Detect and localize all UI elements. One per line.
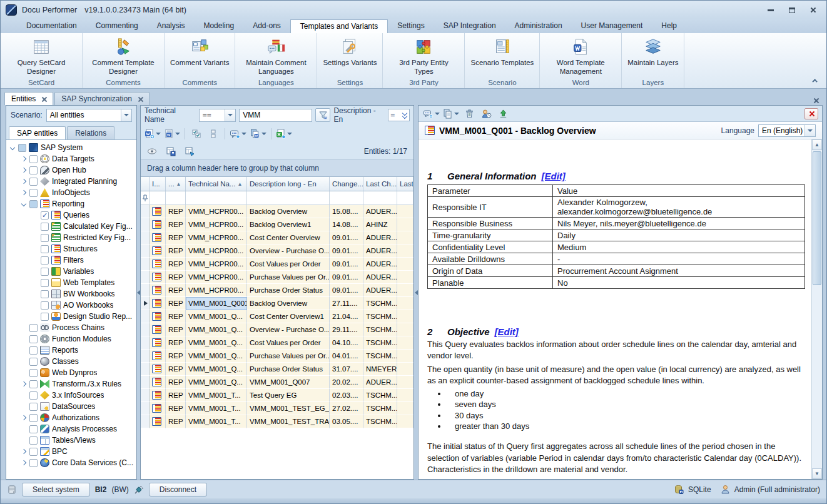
group-by-hint[interactable]: Drag a column header here to group by th… xyxy=(141,159,414,177)
tree-item[interactable]: Open Hub xyxy=(6,164,136,176)
dropdown-arrow-icon[interactable] xyxy=(454,113,459,115)
expander-icon[interactable] xyxy=(32,212,38,218)
cell-description[interactable]: Test Query EG xyxy=(247,389,330,402)
scroll-thumb[interactable] xyxy=(813,151,821,285)
cell-last-changed-by[interactable]: ADUER... xyxy=(363,244,397,258)
technical-name-filter-input[interactable]: VMM xyxy=(239,109,312,122)
tree-item[interactable]: Design Studio Rep... xyxy=(6,311,136,322)
scroll-track[interactable] xyxy=(812,150,822,468)
cell-last-changed-by[interactable]: ADUER... xyxy=(363,271,397,284)
description-operator-dropdown[interactable]: = xyxy=(388,109,410,121)
expander-icon[interactable] xyxy=(32,257,38,263)
ribbon-item-comment-variants[interactable]: Comment Variants Comments xyxy=(165,33,235,88)
expander-icon[interactable] xyxy=(21,426,27,432)
tree-item[interactable]: Authorizations xyxy=(6,412,136,423)
tree-checkbox[interactable] xyxy=(18,144,26,152)
ribbon-item-settings-variants[interactable]: Settings Variants Settings xyxy=(317,33,383,88)
cell-changed[interactable]: 20.02.... xyxy=(330,376,363,389)
expander-icon[interactable] xyxy=(21,178,27,184)
cell-type[interactable]: REP xyxy=(166,323,186,336)
header-technical-name-column[interactable]: Technical Na...▲ xyxy=(186,177,247,191)
cell-changed[interactable]: 09.01.... xyxy=(330,258,363,271)
tree-item[interactable]: Web Dynpros xyxy=(6,367,136,378)
menu-item[interactable]: Help xyxy=(652,19,686,33)
load-layout-button[interactable] xyxy=(182,144,197,158)
maximize-button[interactable] xyxy=(783,4,801,16)
cell-last-changed-by[interactable]: TSCHM... xyxy=(363,350,397,363)
open-word-doc-button[interactable] xyxy=(163,127,181,141)
tab-sap-entities[interactable]: SAP entities xyxy=(9,126,66,139)
cell-last[interactable] xyxy=(397,323,414,336)
scroll-down-button[interactable]: ▼ xyxy=(812,468,822,479)
cell-description[interactable]: Purchase Values per Or... xyxy=(247,350,330,363)
menu-item[interactable]: Administration xyxy=(505,19,572,33)
tree-checkbox[interactable] xyxy=(41,256,49,265)
delete-button[interactable] xyxy=(462,107,477,121)
cell-last[interactable] xyxy=(397,389,414,402)
cell-last[interactable] xyxy=(397,231,414,244)
cell-last[interactable] xyxy=(397,376,414,389)
ribbon-item-3rd-party-entity-types[interactable]: 3rd Party Entity Types 3rd Party xyxy=(383,33,465,88)
menu-item[interactable]: Add-ons xyxy=(243,19,290,33)
cell-description[interactable]: Cost Values per Order xyxy=(247,258,330,271)
header-last-column[interactable]: Last ... xyxy=(397,177,414,191)
cell-technical-name[interactable]: VMM_M001_Q... xyxy=(186,336,247,350)
cell-last[interactable] xyxy=(397,350,414,363)
cell-last[interactable] xyxy=(397,271,414,284)
dropdown-arrow-icon[interactable] xyxy=(261,133,266,135)
cell-changed[interactable]: 09.01.... xyxy=(330,244,363,258)
tree-item[interactable]: AO Workbooks xyxy=(6,300,136,311)
cell-last[interactable] xyxy=(397,205,414,218)
cell-changed[interactable]: 31.07.... xyxy=(330,363,363,376)
cell-changed[interactable]: 14.08.... xyxy=(330,218,363,231)
tree-checkbox[interactable] xyxy=(29,346,38,355)
expander-icon[interactable] xyxy=(21,392,27,398)
dropdown-arrow-icon[interactable] xyxy=(287,133,292,135)
tree-checkbox[interactable] xyxy=(29,425,38,433)
minimize-button[interactable] xyxy=(761,4,780,16)
cell-technical-name[interactable]: VMM_M001_Q... xyxy=(186,310,247,323)
expander-icon[interactable] xyxy=(21,336,27,342)
tree-item[interactable]: Classes xyxy=(6,356,136,367)
tree-checkbox[interactable] xyxy=(41,290,49,298)
apply-filter-button[interactable] xyxy=(315,108,330,122)
expander-icon[interactable] xyxy=(32,302,38,308)
tree-item[interactable]: 3.x InfoSources xyxy=(6,390,136,401)
tree-checkbox[interactable] xyxy=(29,178,38,186)
tree-item[interactable]: InfoObjects xyxy=(6,187,136,198)
filter-cell[interactable] xyxy=(363,191,397,204)
expander-icon[interactable] xyxy=(21,325,27,331)
cell-description[interactable]: Overview - Purchase O... xyxy=(247,244,330,258)
cell-technical-name[interactable]: VMM_HCPR00... xyxy=(186,218,247,231)
cell-type[interactable]: REP xyxy=(166,389,186,402)
filter-pin-cell[interactable] xyxy=(141,191,150,204)
table-row[interactable]: REP VMM_M001_Q... VMM_M001_Q007 20.02...… xyxy=(141,376,414,389)
copy-document-button[interactable] xyxy=(442,107,460,121)
cell-changed[interactable]: 09.01.... xyxy=(330,231,363,244)
disconnect-button[interactable]: Disconnect xyxy=(149,483,207,496)
filter-cell[interactable] xyxy=(397,191,414,204)
dropdown-arrow-icon[interactable] xyxy=(241,133,246,135)
table-row[interactable]: REP VMM_M001_Q... Cost Values per Order … xyxy=(141,336,414,350)
menu-item[interactable]: Templates and Variants xyxy=(290,19,388,33)
ribbon-item-query-setcard-designer[interactable]: Query SetCard Designer SetCard xyxy=(1,33,83,88)
tree-item[interactable]: Filters xyxy=(6,255,136,266)
tree-checkbox[interactable] xyxy=(29,414,38,422)
publish-button[interactable] xyxy=(495,107,510,121)
expander-icon[interactable] xyxy=(21,167,27,173)
selection-mode-button[interactable] xyxy=(206,127,221,141)
tree-checkbox[interactable] xyxy=(41,211,49,219)
cell-description[interactable]: Backlog Overview xyxy=(247,297,330,310)
cell-technical-name[interactable]: VMM_HCPR00... xyxy=(186,271,247,284)
menu-item[interactable]: Commenting xyxy=(86,19,148,33)
table-row[interactable]: REP VMM_M001_Q... Cost Center Overview1 … xyxy=(141,310,414,323)
cell-description[interactable]: VMM_M001_TEST_TRA... xyxy=(247,415,330,428)
cell-description[interactable]: Cost Center Overview1 xyxy=(247,310,330,323)
cell-description[interactable]: Backlog Overview xyxy=(247,205,330,218)
cell-changed[interactable]: 29.11.... xyxy=(330,323,363,336)
tree-item[interactable]: Process Chains xyxy=(6,322,136,333)
expander-icon[interactable] xyxy=(32,234,38,241)
cell-last[interactable] xyxy=(397,415,414,428)
tree-checkbox[interactable] xyxy=(29,335,38,343)
tree-checkbox[interactable] xyxy=(29,403,38,411)
